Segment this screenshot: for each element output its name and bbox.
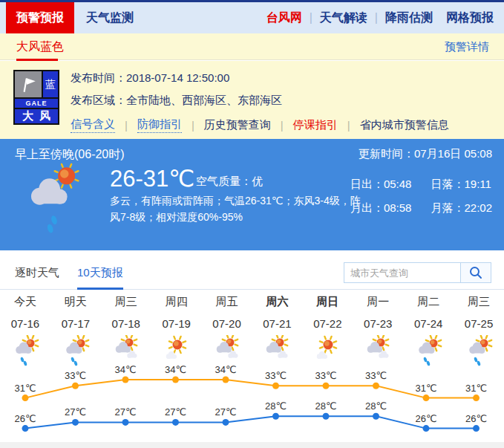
nav-link[interactable]: 天气解读 <box>320 10 367 26</box>
day-column[interactable]: 周三07-18 <box>101 290 151 366</box>
high-temp-dot <box>272 383 279 389</box>
low-temp-line <box>25 416 477 428</box>
high-temp-dot <box>122 377 129 383</box>
warning-link[interactable]: 省内城市预警信息 <box>360 118 449 132</box>
temperature-chart: 31℃33℃34℃34℃34℃33℃33℃33℃31℃31℃26℃27℃27℃2… <box>0 364 504 442</box>
moonrise-row: 月出：08:58 <box>350 201 412 215</box>
nav-link[interactable]: 台风网 <box>266 10 302 26</box>
tab-ten-day-forecast[interactable]: 10天预报 <box>77 266 123 290</box>
tab-hourly-weather[interactable]: 逐时天气 <box>15 266 59 280</box>
low-temp-label: 27℃ <box>165 406 186 418</box>
rain-sun-icon <box>410 335 446 366</box>
day-name: 明天 <box>65 295 87 309</box>
low-temp-dot <box>22 425 29 432</box>
forecast-tabs-row: 逐时天气 10天预报 <box>0 256 504 290</box>
low-temp-dot <box>473 425 480 432</box>
ten-day-forecast: 今天07-16明天07-17周三07-18周四07-19周五07-20周六07-… <box>0 290 504 442</box>
high-temp-label: 34℃ <box>215 364 236 375</box>
air-quality-label: 空气质量： <box>196 175 252 187</box>
warning-gale-label: GALE <box>15 99 58 108</box>
top-nav: 预警预报 天气监测 台风网|天气解读|降雨估测网格预报 <box>0 0 504 33</box>
low-temp-dot <box>122 419 129 426</box>
high-temp-dot <box>323 383 330 389</box>
warning-title: 大风蓝色 <box>16 39 64 55</box>
high-temp-label: 33℃ <box>265 370 287 381</box>
city-weather-search-input[interactable] <box>344 262 461 283</box>
warning-type-label: 大风 <box>15 109 58 123</box>
warning-links-row: 信号含义|防御指引|历史预警查询|停课指引|省内城市预警信息 <box>71 117 449 133</box>
day-column[interactable]: 周四07-19 <box>151 290 202 366</box>
magnifier-icon <box>468 265 483 280</box>
day-date: 07-17 <box>62 317 90 330</box>
low-temp-dot <box>72 419 79 426</box>
day-column[interactable]: 周六07-21 <box>252 290 303 366</box>
temperature-range: 26-31℃ <box>110 165 194 192</box>
day-column[interactable]: 周五07-20 <box>202 290 252 366</box>
day-date: 07-18 <box>112 317 140 330</box>
low-temp-label: 26℃ <box>465 413 487 424</box>
warning-link[interactable]: 历史预警查询 <box>204 118 271 132</box>
cloudy-icon <box>209 335 245 366</box>
gale-flag-icon <box>15 71 42 97</box>
day-date: 07-21 <box>263 317 291 330</box>
low-temp-label: 26℃ <box>415 413 436 424</box>
warning-link[interactable]: 防御指引 <box>137 117 182 133</box>
day-date: 07-19 <box>162 317 190 330</box>
nav-link[interactable]: 降雨估测 <box>385 10 433 26</box>
warning-box: 蓝 GALE 大风 发布时间：2018-07-14 12:50:00 发布区域：… <box>0 61 504 139</box>
day-name: 周日 <box>316 295 338 309</box>
high-temp-dot <box>423 395 430 401</box>
nav-link[interactable]: 网格预报 <box>446 10 494 26</box>
warning-link[interactable]: 停课指引 <box>293 118 338 132</box>
current-weather-panel: 早上至傍晚(06-20时) 更新时间：07月16日 05:08 26-31℃ 空… <box>0 139 504 250</box>
warning-links-separator: | <box>125 119 128 132</box>
forecast-period: 早上至傍晚(06-20时) <box>15 147 125 163</box>
low-temp-label: 27℃ <box>114 406 136 418</box>
day-column[interactable]: 周三07-25 <box>454 290 504 366</box>
sunrise-row: 日出：05:48 <box>350 178 412 192</box>
low-temp-dot <box>373 413 379 420</box>
rain-sun-icon <box>58 335 94 366</box>
day-date: 07-22 <box>313 317 341 330</box>
day-name: 周四 <box>166 295 188 309</box>
warning-link[interactable]: 信号含义 <box>71 117 115 133</box>
sun-moon-times: 日出：05:48 日落：19:11 月出：08:58 月落：22:02 <box>350 178 492 215</box>
cloudy-icon <box>360 335 396 366</box>
high-temp-dot <box>373 383 379 389</box>
warning-title-bar: 大风蓝色 预警详情 <box>0 33 504 60</box>
high-temp-label: 31℃ <box>14 383 36 394</box>
sunny-icon <box>310 335 345 366</box>
day-column[interactable]: 今天07-16 <box>0 290 50 366</box>
day-columns: 今天07-16明天07-17周三07-18周四07-19周五07-20周六07-… <box>0 290 504 366</box>
low-temp-dot <box>272 413 279 420</box>
publish-time-value: 2018-07-14 12:50:00 <box>126 71 229 84</box>
tab-weather-monitor[interactable]: 天气监测 <box>86 2 134 33</box>
day-column[interactable]: 周日07-22 <box>302 290 353 366</box>
high-temp-label: 31℃ <box>465 383 487 394</box>
warning-links-separator: | <box>347 119 350 132</box>
day-name: 周六 <box>266 295 288 309</box>
warning-icon-top-row: 蓝 <box>15 71 58 97</box>
low-temp-dot <box>323 413 330 420</box>
air-quality-value: 优 <box>252 175 263 187</box>
warning-level-badge: 蓝 <box>43 71 58 97</box>
search-button[interactable] <box>460 262 491 283</box>
publish-area-label: 发布区域： <box>71 94 126 106</box>
day-date: 07-25 <box>465 317 493 330</box>
low-temp-dot <box>223 419 229 426</box>
day-column[interactable]: 周一07-23 <box>353 290 403 366</box>
day-column[interactable]: 明天07-17 <box>50 290 101 366</box>
footer-strip <box>0 442 504 448</box>
tab-warning-forecast[interactable]: 预警预报 <box>6 2 74 33</box>
high-temp-label: 33℃ <box>365 370 387 381</box>
day-name: 今天 <box>14 295 36 309</box>
warning-detail-link[interactable]: 预警详情 <box>445 40 489 54</box>
low-temp-label: 28℃ <box>265 400 287 412</box>
high-temp-dot <box>473 395 480 401</box>
day-column[interactable]: 周二07-24 <box>403 290 454 366</box>
nav-separator: | <box>375 11 378 25</box>
nav-separator: | <box>310 11 312 25</box>
high-temp-label: 33℃ <box>315 370 336 381</box>
weather-warning-page: 预警预报 天气监测 台风网|天气解读|降雨估测网格预报 大风蓝色 预警详情 蓝 … <box>0 0 504 448</box>
moonset-row: 月落：22:02 <box>431 201 492 215</box>
